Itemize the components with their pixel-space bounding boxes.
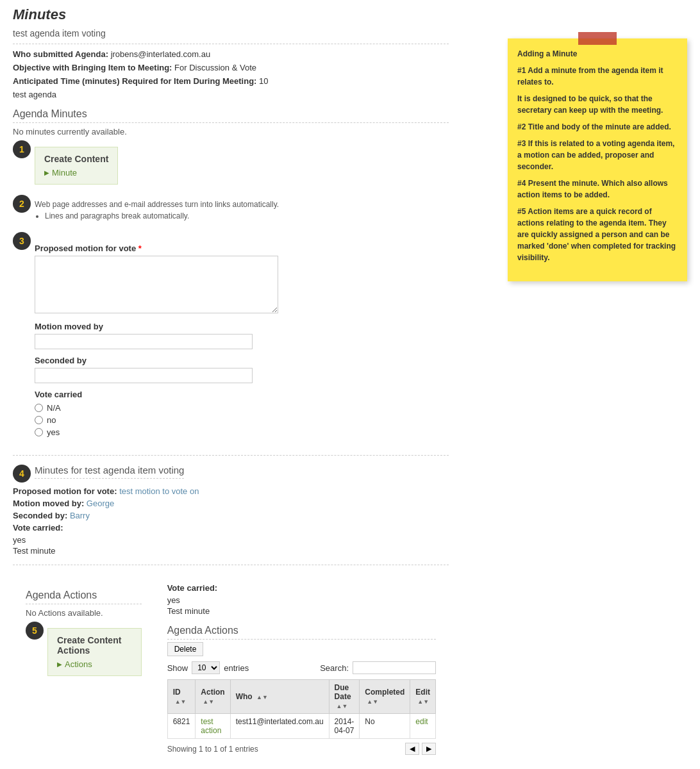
sticky-step2: #2 Title and body of the minute are adde…	[517, 121, 678, 133]
minutes-item-title: Minutes for test agenda item voting	[35, 465, 184, 479]
required-star: *	[138, 244, 142, 253]
lower-section: Agenda Actions No Actions available. 5 C…	[13, 574, 449, 761]
showing-text: Showing 1 to 1 of 1 entries	[167, 745, 258, 754]
radio-yes-label: yes	[47, 427, 60, 437]
radio-no: no	[35, 415, 278, 425]
row-due-date: 2014-04-07	[329, 714, 360, 739]
actions-table: ID ▲▼ Action ▲▼ Who ▲▼ Due Date ▲▼ Compl…	[167, 679, 436, 739]
minutes-seconded: Seconded by: Barry	[13, 511, 449, 520]
lower-left: Agenda Actions No Actions available. 5 C…	[13, 574, 154, 761]
radio-na-input[interactable]	[35, 404, 43, 412]
divider1	[13, 455, 449, 456]
step2-badge: 2	[13, 195, 31, 213]
table-body: 6821 test action test11@interlated.com.a…	[167, 714, 435, 739]
col-action[interactable]: Action ▲▼	[196, 680, 230, 714]
vote-carried-label: Vote carried	[35, 390, 278, 399]
search-label: Search:	[320, 663, 349, 673]
meta-who-submitted: Who submitted Agenda: jrobens@interlated…	[13, 49, 449, 59]
entries-label: entries	[224, 663, 249, 673]
actions-link[interactable]: Actions	[57, 659, 132, 669]
minute-link[interactable]: Minute	[44, 168, 108, 178]
prev-page-btn[interactable]: ◀	[405, 743, 419, 755]
motion-moved-input[interactable]	[35, 334, 253, 349]
meta-anticipated-time: Anticipated Time (minutes) Required for …	[13, 76, 449, 86]
show-entries: Show 10 25 50 entries	[167, 661, 249, 674]
create-content-actions-box: Create Content Actions Actions	[47, 628, 142, 676]
search-box: Search:	[320, 661, 436, 674]
radio-no-label: no	[47, 415, 56, 425]
radio-no-input[interactable]	[35, 416, 43, 424]
pagination: ◀ ▶	[405, 743, 436, 755]
vote-form: Proposed motion for vote * Motion moved …	[35, 237, 278, 441]
search-input[interactable]	[353, 661, 436, 674]
table-header: ID ▲▼ Action ▲▼ Who ▲▼ Due Date ▲▼ Compl…	[167, 680, 435, 714]
row-action[interactable]: test action	[196, 714, 230, 739]
col-completed[interactable]: Completed ▲▼	[360, 680, 410, 714]
agenda-actions-left-title: Agenda Actions	[26, 590, 142, 604]
step3-badge: 3	[13, 232, 31, 250]
agenda-item-title: test agenda item voting	[13, 28, 449, 44]
create-content-box: Create Content Minute	[35, 147, 118, 185]
show-label: Show	[167, 663, 188, 673]
entries-select[interactable]: 10 25 50	[192, 661, 220, 674]
col-id[interactable]: ID ▲▼	[167, 680, 196, 714]
step5-badge: 5	[26, 622, 44, 640]
step3-row: 3 Proposed motion for vote * Motion move…	[13, 232, 449, 446]
form-notes: Web page addresses and e-mail addresses …	[35, 200, 279, 223]
step4-row: 4 Minutes for test agenda item voting	[13, 465, 449, 483]
minutes-test-minute: Test minute	[13, 546, 449, 556]
step2-row: 2 Web page addresses and e-mail addresse…	[13, 195, 449, 228]
minutes-motion-moved: Motion moved by: George	[13, 499, 449, 508]
create-content-title: Create Content	[44, 154, 108, 164]
col-edit[interactable]: Edit ▲▼	[410, 680, 436, 714]
no-actions-text: No Actions available.	[26, 608, 142, 618]
lower-right: Vote carried: yes Test minute Agenda Act…	[154, 574, 449, 761]
right-test-minute: Test minute	[167, 606, 436, 616]
step1-badge: 1	[13, 140, 31, 158]
radio-na-label: N/A	[47, 403, 61, 413]
sticky-step1: #1 Add a minute from the agenda item it …	[517, 65, 678, 88]
sticky-step3: #3 If this is related to a voting agenda…	[517, 138, 678, 172]
sticky-title: Adding a Minute	[517, 49, 577, 58]
create-content-actions-title: Create Content Actions	[57, 635, 132, 656]
col-who[interactable]: Who ▲▼	[230, 680, 329, 714]
form-note1: Web page addresses and e-mail addresses …	[35, 200, 279, 209]
sticky-step5: #5 Action items are a quick record of ac…	[517, 206, 678, 263]
seconded-label: Seconded by	[35, 356, 278, 365]
sticky-note: Adding a Minute #1 Add a minute from the…	[508, 38, 687, 281]
vote-radio-group: N/A no yes	[35, 403, 278, 437]
right-vote-value: yes	[167, 595, 436, 605]
right-vote-carried: Vote carried:	[167, 583, 436, 593]
radio-yes-input[interactable]	[35, 428, 43, 436]
sticky-step1-detail: It is designed to be quick, so that the …	[517, 93, 678, 116]
row-who: test11@interlated.com.au	[230, 714, 329, 739]
next-page-btn[interactable]: ▶	[422, 743, 436, 755]
motion-moved-label: Motion moved by	[35, 322, 278, 331]
no-minutes-text: No minutes currently available.	[13, 127, 449, 136]
divider2	[13, 565, 449, 565]
minutes-vote-carried: Vote carried:	[13, 523, 449, 533]
agenda-actions-right-title: Agenda Actions	[167, 625, 436, 640]
table-controls: Show 10 25 50 entries Search:	[167, 661, 436, 674]
step5-row: 5 Create Content Actions Actions	[26, 622, 142, 682]
step1-row: 1 Create Content Minute	[13, 140, 449, 191]
form-note2: Lines and paragraphs break automatically…	[35, 211, 279, 220]
sticky-step4: #4 Present the minute. Which also allows…	[517, 178, 678, 201]
minutes-proposed-motion: Proposed motion for vote: test motion to…	[13, 486, 449, 496]
proposed-motion-label: Proposed motion for vote *	[35, 244, 278, 253]
meta-description: test agenda	[13, 90, 449, 99]
radio-na: N/A	[35, 403, 278, 413]
sticky-tape	[578, 32, 617, 45]
table-footer: Showing 1 to 1 of 1 entries ◀ ▶	[167, 743, 436, 755]
delete-button[interactable]: Delete	[167, 642, 204, 656]
row-edit[interactable]: edit	[410, 714, 436, 739]
minutes-vote-value: yes	[13, 535, 449, 545]
agenda-minutes-title: Agenda Minutes	[13, 108, 449, 123]
col-due-date[interactable]: Due Date ▲▼	[329, 680, 360, 714]
radio-yes: yes	[35, 427, 278, 437]
meta-objective: Objective with Bringing Item to Meeting:…	[13, 63, 449, 72]
step4-badge: 4	[13, 465, 31, 483]
row-completed: No	[360, 714, 410, 739]
seconded-input[interactable]	[35, 368, 253, 383]
proposed-motion-textarea[interactable]	[35, 256, 278, 313]
